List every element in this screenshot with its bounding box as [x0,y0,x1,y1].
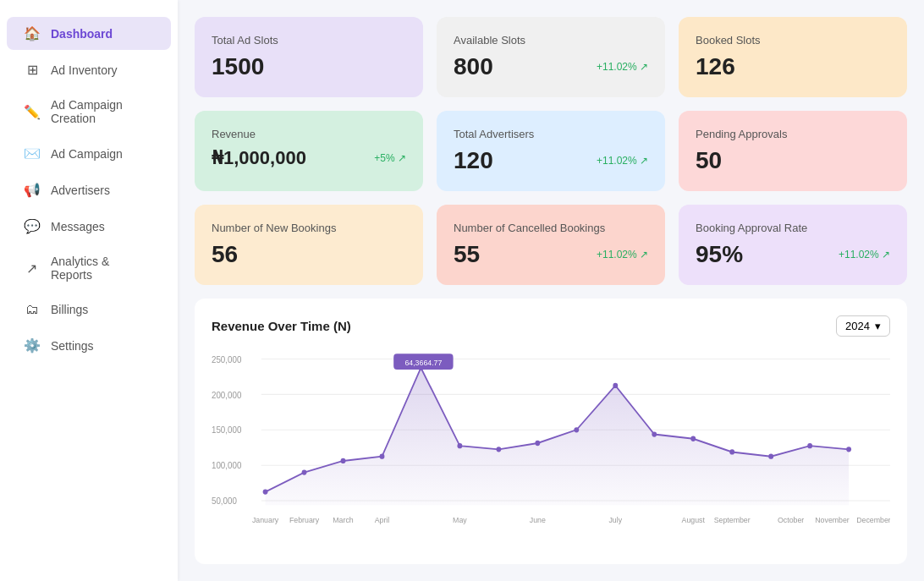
card-badge-booking-approval-rate: +11.02% ↗ [839,249,890,260]
card-value-total-ad-slots: 1500 [212,53,264,80]
svg-text:June: June [530,516,546,524]
svg-text:250,000: 250,000 [212,354,242,364]
svg-point-25 [846,447,851,452]
svg-point-17 [535,441,540,446]
sidebar-label-messages: Messages [51,220,105,233]
svg-text:100,000: 100,000 [212,461,242,470]
card-booked-slots: Booked Slots 126 [679,17,907,97]
svg-text:March: March [333,516,353,524]
svg-text:August: August [682,516,706,524]
sidebar-item-dashboard[interactable]: 🏠 Dashboard [7,17,171,50]
gear-icon: ⚙️ [24,337,41,354]
card-badge-available-slots: +11.02% ↗ [597,61,648,73]
chart-header: Revenue Over Time (N) 2024 ▾ [212,315,890,337]
sidebar-item-ad-inventory[interactable]: ⊞ Ad Inventory [7,53,171,86]
sidebar-item-ad-campaign[interactable]: ✉️ Ad Campaign [7,137,171,170]
svg-text:January: January [252,516,279,524]
svg-text:February: February [289,516,320,524]
svg-text:October: October [778,516,804,524]
card-title-revenue: Revenue [212,128,406,140]
chart-container: 250,000 200,000 150,000 100,000 50,000 [212,350,890,540]
svg-point-10 [263,489,268,494]
cards-row-3: Number of New Bookings 56 Number of Canc… [195,205,907,285]
card-total-ad-slots: Total Ad Slots 1500 [195,17,423,97]
card-value-cancelled-bookings: 55 [454,241,480,268]
megaphone-icon: 📢 [24,182,41,198]
sidebar-item-ad-campaign-creation[interactable]: ✏️ Ad Campaign Creation [7,90,171,134]
sidebar-item-billings[interactable]: 🗂 Billings [7,293,171,326]
sidebar-item-advertisers[interactable]: 📢 Advertisers [7,173,171,206]
svg-text:150,000: 150,000 [212,425,242,435]
card-available-slots: Available Slots 800 +11.02% ↗ [437,17,665,97]
svg-point-20 [652,431,657,436]
year-selector[interactable]: 2024 ▾ [836,315,890,337]
year-value: 2024 [845,320,870,332]
svg-point-16 [496,447,501,452]
svg-point-11 [302,469,307,474]
card-value-new-bookings: 56 [212,241,238,268]
card-value-total-advertisers: 120 [454,147,493,174]
sidebar-label-ad-campaign-creation: Ad Campaign Creation [51,98,154,125]
card-badge-revenue: +5% ↗ [374,152,406,164]
sidebar-label-analytics: Analytics & Reports [51,255,154,282]
card-badge-cancelled-bookings: +11.02% ↗ [597,249,648,260]
card-total-advertisers: Total Advertisers 120 +11.02% ↗ [437,111,665,191]
grid-icon: ⊞ [24,62,41,78]
svg-text:November: November [815,516,850,524]
sidebar-label-advertisers: Advertisers [51,184,110,197]
card-pending-approvals: Pending Approvals 50 [679,111,907,191]
chart-section: Revenue Over Time (N) 2024 ▾ 250,000 200… [195,299,907,564]
cards-row-1: Total Ad Slots 1500 Available Slots 800 … [195,17,907,97]
card-title-booked-slots: Booked Slots [696,34,890,47]
card-value-available-slots: 800 [454,53,493,80]
sidebar-label-dashboard: Dashboard [51,27,113,41]
sidebar-label-billings: Billings [51,303,88,316]
svg-point-21 [690,436,696,441]
svg-point-12 [341,458,346,463]
svg-point-24 [807,443,812,448]
sidebar-label-ad-campaign: Ad Campaign [51,147,123,161]
card-title-total-ad-slots: Total Ad Slots [212,34,406,47]
svg-text:50,000: 50,000 [212,496,237,506]
card-value-booked-slots: 126 [696,53,735,80]
svg-point-13 [380,454,385,459]
cards-row-2: Revenue ₦1,000,000 +5% ↗ Total Advertise… [195,111,907,191]
sidebar-item-messages[interactable]: 💬 Messages [7,210,171,243]
card-title-new-bookings: Number of New Bookings [212,222,406,234]
sidebar-item-settings[interactable]: ⚙️ Settings [7,329,171,362]
svg-text:April: April [375,516,390,524]
card-revenue: Revenue ₦1,000,000 +5% ↗ [195,111,423,191]
svg-text:September: September [714,516,751,524]
chart-icon: ↗ [24,260,41,277]
card-title-available-slots: Available Slots [454,34,648,47]
card-title-booking-approval-rate: Booking Approval Rate [696,222,890,234]
svg-point-18 [574,427,579,432]
svg-point-15 [457,443,462,448]
sidebar-label-settings: Settings [51,339,94,353]
chart-title: Revenue Over Time (N) [212,319,351,333]
card-booking-approval-rate: Booking Approval Rate 95% +11.02% ↗ [679,205,907,285]
chevron-down-icon: ▾ [875,320,881,332]
home-icon: 🏠 [24,25,41,41]
mail-icon: ✉️ [24,145,41,162]
card-title-pending-approvals: Pending Approvals [696,128,890,140]
billing-icon: 🗂 [24,302,41,317]
pencil-icon: ✏️ [24,104,41,120]
card-value-revenue: ₦1,000,000 [212,147,306,169]
card-new-bookings: Number of New Bookings 56 [195,205,423,285]
svg-text:May: May [453,516,467,524]
card-value-pending-approvals: 50 [696,147,722,174]
chat-icon: 💬 [24,218,41,234]
sidebar-item-analytics[interactable]: ↗ Analytics & Reports [7,246,171,290]
svg-text:64,3664.77: 64,3664.77 [404,359,442,367]
card-cancelled-bookings: Number of Cancelled Bookings 55 +11.02% … [437,205,665,285]
svg-text:July: July [608,516,622,524]
card-title-total-advertisers: Total Advertisers [454,128,648,140]
main-content: Total Ad Slots 1500 Available Slots 800 … [178,0,924,581]
svg-point-19 [613,383,618,388]
sidebar-label-ad-inventory: Ad Inventory [51,63,118,77]
card-title-cancelled-bookings: Number of Cancelled Bookings [454,222,648,234]
card-value-booking-approval-rate: 95% [696,241,743,268]
svg-point-23 [768,454,773,459]
sidebar: 🏠 Dashboard ⊞ Ad Inventory ✏️ Ad Campaig… [0,0,178,581]
